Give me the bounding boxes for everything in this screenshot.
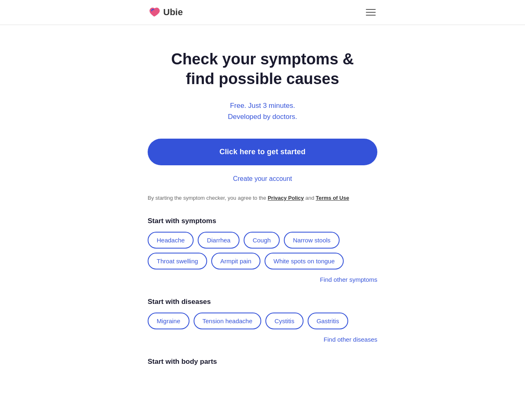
symptoms-section-title: Start with symptoms — [148, 217, 377, 225]
disease-tag[interactable]: Cystitis — [265, 313, 303, 329]
disease-tag[interactable]: Migraine — [148, 313, 189, 329]
disease-tag[interactable]: Tension headache — [194, 313, 262, 329]
body-parts-section: Start with body parts — [148, 358, 377, 366]
symptom-tag[interactable]: Headache — [148, 232, 194, 249]
symptom-tag[interactable]: Armpit pain — [211, 253, 260, 269]
legal-text: By starting the symptom checker, you agr… — [148, 194, 377, 202]
disease-tag[interactable]: Gastritis — [308, 313, 348, 329]
menu-button[interactable] — [364, 7, 377, 17]
diseases-section: Start with diseases MigraineTension head… — [148, 298, 377, 343]
body-parts-section-title: Start with body parts — [148, 358, 377, 366]
hamburger-line-2 — [366, 12, 376, 13]
hero-title: Check your symptoms & find possible caus… — [148, 50, 377, 89]
find-other-diseases-link[interactable]: Find other diseases — [148, 336, 377, 343]
logo-text: Ubie — [163, 7, 183, 18]
symptom-tag[interactable]: Cough — [244, 232, 280, 249]
logo-icon — [148, 7, 161, 18]
header: Ubie — [0, 0, 525, 25]
get-started-button[interactable]: Click here to get started — [148, 139, 377, 165]
main-content: Check your symptoms & find possible caus… — [148, 25, 377, 389]
privacy-policy-link[interactable]: Privacy Policy — [268, 195, 304, 201]
symptom-tag[interactable]: Narrow stools — [284, 232, 340, 249]
symptoms-section: Start with symptoms HeadacheDiarrheaCoug… — [148, 217, 377, 283]
terms-of-use-link[interactable]: Terms of Use — [316, 195, 349, 201]
logo[interactable]: Ubie — [148, 7, 183, 18]
symptoms-tags: HeadacheDiarrheaCoughNarrow stoolsThroat… — [148, 232, 377, 269]
diseases-section-title: Start with diseases — [148, 298, 377, 306]
hamburger-line-1 — [366, 9, 376, 10]
symptom-tag[interactable]: Diarrhea — [198, 232, 240, 249]
hamburger-line-3 — [366, 15, 376, 16]
find-other-symptoms-link[interactable]: Find other symptoms — [148, 276, 377, 283]
hero-subtitle: Free. Just 3 minutes. Developed by docto… — [148, 100, 377, 122]
symptom-tag[interactable]: White spots on tongue — [265, 253, 344, 269]
create-account-link[interactable]: Create your account — [148, 175, 377, 183]
diseases-tags: MigraineTension headacheCystitisGastriti… — [148, 313, 377, 329]
symptom-tag[interactable]: Throat swelling — [148, 253, 207, 269]
